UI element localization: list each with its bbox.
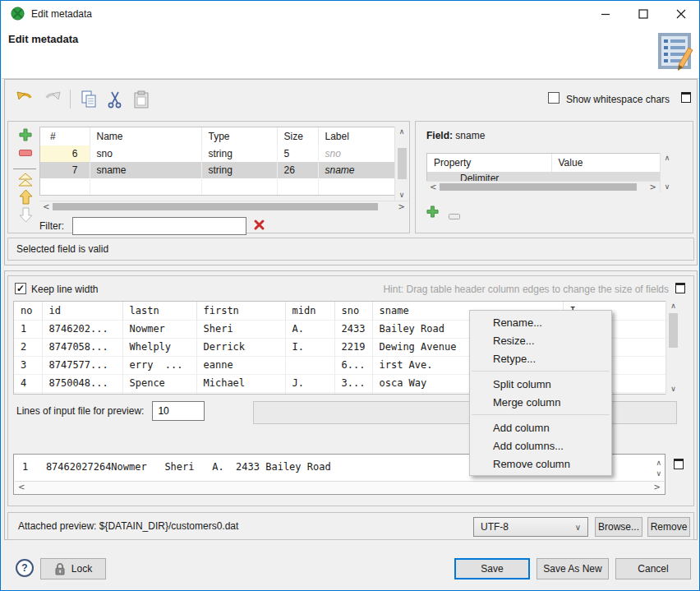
help-button[interactable]: ? [16,559,34,577]
scroll-down-icon[interactable]: ∨ [670,384,676,395]
scroll-right-icon[interactable]: > [647,183,660,192]
move-field-top-button[interactable] [16,173,35,187]
scroll-right-icon[interactable]: > [651,483,664,492]
field-table-vscrollbar[interactable]: ∧ ∨ [394,127,408,201]
preview-col-midn[interactable]: midn [285,302,334,320]
move-field-down-button[interactable] [16,207,35,223]
menu-item-add-column[interactable]: Add column [470,418,611,436]
copy-button[interactable] [78,89,99,110]
preview-cell [122,392,196,395]
field-table-hscrollbar[interactable]: < > [39,201,408,212]
scroll-up-icon[interactable]: ∧ [399,127,405,137]
status-message: Selected field is valid [16,243,108,255]
menu-separator [472,371,610,372]
cancel-button[interactable]: Cancel [615,558,691,579]
remove-field-button[interactable] [16,150,35,156]
menu-item-rename[interactable]: Rename... [470,313,611,331]
lock-icon [54,562,66,576]
maximize-section-icon[interactable] [675,283,685,293]
menu-item-split-column[interactable]: Split column [470,375,611,393]
splitter-sash[interactable] [4,265,698,271]
column-context-menu: Rename... Resize... Retype... Split colu… [469,310,612,476]
maximize-section-icon[interactable] [681,92,691,103]
scroll-left-icon[interactable]: < [39,203,53,211]
scroll-down-icon[interactable]: ∨ [656,469,661,479]
property-table[interactable]: Property Value Delimiter [426,153,674,182]
filter-input[interactable] [72,217,246,235]
menu-item-add-columns[interactable]: Add columns... [470,436,611,455]
preview-col-firstn[interactable]: firstn [196,302,285,320]
redo-button[interactable] [42,89,63,110]
preview-cell: 3... [334,374,372,392]
property-table-hscrollbar[interactable]: < > [426,181,660,192]
field-properties-panel: Field: sname Property Value Delimiter ∧ … [415,121,693,233]
col-header-size: Size [277,127,318,145]
scroll-up-icon[interactable]: ∧ [670,301,676,312]
scroll-up-icon[interactable]: ∧ [656,458,661,469]
keep-line-width-checkbox[interactable]: ✓ [15,283,26,294]
maximize-section-icon[interactable] [674,459,684,469]
scrollbar-thumb[interactable] [53,203,378,210]
property-table-vscrollbar[interactable]: ∧ ∨ [660,153,674,192]
minimize-button[interactable] [587,1,624,26]
col-header-name: Name [90,127,201,145]
chevron-down-icon: ∨ [575,523,581,532]
preview-cell [285,392,334,395]
clover-logo-icon [11,7,25,21]
scrollbar-thumb[interactable] [669,313,678,348]
menu-item-retype[interactable]: Retype... [470,349,611,367]
remove-property-button[interactable] [449,210,460,222]
save-as-new-button[interactable]: Save As New [537,558,609,579]
preview-table-vscrollbar[interactable]: ∧ ∨ [665,301,680,395]
maximize-button[interactable] [624,1,662,26]
preview-cell: 3 [14,356,42,374]
remove-button[interactable]: Remove [647,517,690,537]
preview-cell: Spence [122,374,196,392]
field-size: 26 [277,162,318,178]
raw-preview-hscrollbar[interactable]: < > [15,481,664,493]
add-property-button[interactable] [426,205,439,220]
browse-button[interactable]: Browse... [595,517,642,537]
raw-preview-vscroll[interactable]: ∧ ∨ [656,458,661,479]
scroll-up-icon[interactable]: ∧ [665,153,670,164]
preview-col-no[interactable]: no [14,302,42,320]
lines-of-input-field[interactable] [152,401,205,421]
encoding-select[interactable]: UTF-8 ∨ [473,517,588,537]
scrollbar-thumb[interactable] [440,183,637,191]
preview-col-sno[interactable]: sno [334,302,372,320]
show-whitespace-checkbox[interactable] [548,92,560,104]
move-field-up-button[interactable] [16,189,35,205]
undo-button[interactable] [14,89,35,110]
preview-cell: 8747058... [42,338,122,356]
menu-item-remove-column[interactable]: Remove column [470,455,611,473]
filter-label: Filter: [39,220,64,232]
field-row-7-selected[interactable]: 7 sname string 26 sname [40,162,395,178]
clear-filter-icon[interactable] [253,219,265,233]
scroll-down-icon[interactable]: ∨ [399,190,405,201]
lock-button[interactable]: Lock [40,558,106,579]
field-list-panel: # Name Type Size Label 6 sno string 5 sn… [7,121,410,233]
cut-button[interactable] [104,89,126,110]
scroll-right-icon[interactable]: > [395,203,408,211]
preview-col-id[interactable]: id [42,302,122,320]
dialog-header: Edit metadata [2,26,700,79]
field-row-6[interactable]: 6 sno string 5 sno [40,145,395,162]
scroll-left-icon[interactable]: < [426,183,440,192]
close-button[interactable] [662,1,700,26]
preview-cell: 2219 [334,338,372,356]
scroll-down-icon[interactable]: ∨ [665,182,670,192]
toolbar-separator [70,90,71,109]
preview-col-lastn[interactable]: lastn [122,302,196,320]
field-label: sname [318,162,395,178]
scrollbar-thumb[interactable] [398,148,407,179]
field-table[interactable]: # Name Type Size Label 6 sno string 5 sn… [39,127,408,196]
paste-button[interactable] [131,89,152,110]
add-field-button[interactable] [16,128,35,141]
menu-item-resize[interactable]: Resize... [470,331,611,349]
title-bar[interactable]: Edit metadata [2,1,700,26]
scroll-left-icon[interactable]: < [15,483,28,492]
menu-item-merge-column[interactable]: Merge column [470,393,611,411]
field-type: string [201,162,277,178]
save-button[interactable]: Save [454,558,530,579]
attached-preview-label: Attached preview: ${DATAIN_DIR}/customer… [18,520,238,532]
